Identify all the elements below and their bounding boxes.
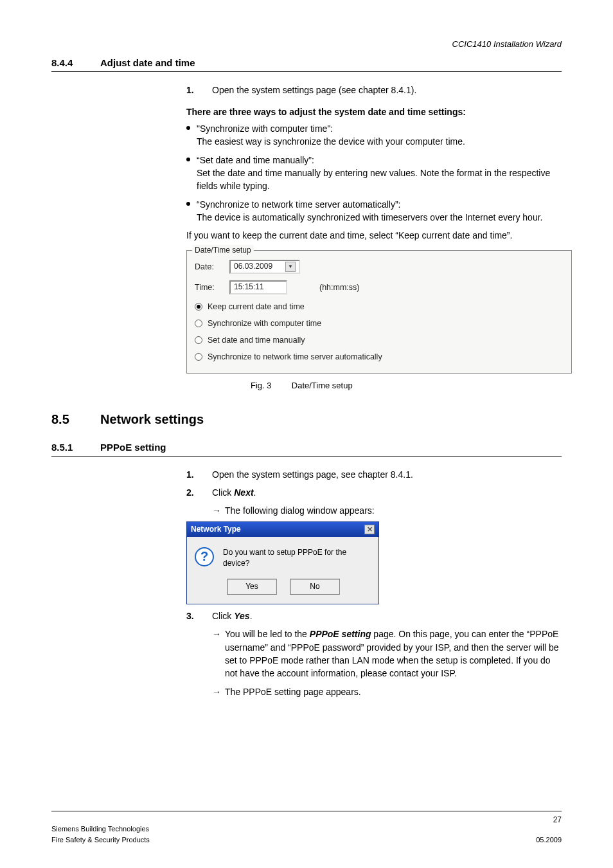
step-text: Click Yes. — [212, 610, 253, 622]
datetime-setup-groupbox: Date/Time setup Date: 06.03.2009 ▼ Time:… — [186, 250, 572, 374]
groupbox-legend: Date/Time setup — [192, 245, 254, 256]
step-number: 3. — [186, 610, 200, 622]
section-851-heading: 8.5.1 PPPoE setting — [51, 440, 562, 457]
text-fragment: You will be led to the — [225, 629, 310, 639]
text-fragment: Click — [212, 611, 234, 621]
radio-label: Set date and time manually — [208, 334, 305, 346]
radio-sync-computer[interactable]: Synchronize with computer time — [195, 318, 564, 329]
time-input[interactable]: 15:15:11 — [229, 280, 287, 294]
section-85-heading: 8.5 Network settings — [51, 410, 562, 429]
network-type-dialog: Network Type ✕ ? Do you want to setup PP… — [186, 521, 379, 605]
date-dropdown[interactable]: 06.03.2009 ▼ — [229, 260, 300, 274]
radio-icon — [195, 320, 202, 327]
radio-icon — [195, 303, 202, 311]
section-844-heading: 8.4.4 Adjust date and time — [51, 56, 562, 72]
arrow-text: The PPPoE setting page appears. — [225, 685, 361, 698]
section-851-title: PPPoE setting — [100, 440, 166, 455]
bullet-desc: Set the date and time manually by enteri… — [197, 168, 550, 191]
keep-current-note: If you want to keep the current date and… — [186, 229, 562, 242]
date-label: Date: — [195, 261, 223, 273]
section-851-number: 8.5.1 — [51, 440, 82, 455]
arrow-text: The following dialog window appears: — [225, 504, 375, 517]
doc-header-title: CCIC1410 Installation Wizard — [51, 39, 562, 51]
time-label: Time: — [195, 282, 223, 293]
step-number: 1. — [186, 468, 200, 481]
bullet-title: “Set date and time manually”: — [197, 155, 314, 165]
three-ways-heading: There are three ways to adjust the syste… — [186, 105, 562, 118]
next-keyword: Next — [234, 487, 253, 498]
bullet-desc: The device is automatically synchronized… — [197, 212, 542, 222]
arrow-icon: → — [212, 628, 221, 680]
section-85-number: 8.5 — [51, 410, 82, 429]
pppoe-setting-keyword: PPPoE setting — [310, 629, 371, 639]
no-button[interactable]: No — [290, 579, 340, 595]
yes-keyword: Yes — [234, 611, 249, 621]
bullet-sync-network: “Synchronize to network time server auto… — [186, 198, 562, 224]
yes-button[interactable]: Yes — [227, 579, 277, 595]
text-fragment: . — [250, 611, 253, 621]
step-text: Open the system settings page (see chapt… — [212, 84, 416, 96]
date-value: 06.03.2009 — [234, 261, 272, 272]
section-844-title: Adjust date and time — [100, 56, 195, 70]
time-value: 15:15:11 — [234, 282, 264, 293]
dialog-message: Do you want to setup PPPoE for the devic… — [223, 547, 371, 570]
radio-icon — [195, 336, 202, 344]
bullet-sync-computer: "Synchronize with computer time": The ea… — [186, 122, 562, 149]
arrow-icon: → — [212, 504, 221, 517]
page-number: 27 — [536, 814, 562, 826]
arrow-icon: → — [212, 685, 221, 698]
step-text: Open the system settings page, see chapt… — [212, 468, 413, 481]
bullet-desc: The easiest way is synchronize the devic… — [197, 136, 465, 147]
footer-org-2: Fire Safety & Security Products — [51, 835, 150, 845]
radio-keep-current[interactable]: Keep current date and time — [195, 301, 564, 312]
step-number: 2. — [186, 486, 200, 499]
bullet-title: “Synchronize to network time server auto… — [197, 199, 400, 210]
radio-icon — [195, 353, 202, 361]
section-85-title: Network settings — [100, 410, 204, 429]
question-icon: ? — [195, 547, 214, 566]
section-844-number: 8.4.4 — [51, 56, 82, 70]
radio-label: Keep current date and time — [208, 301, 305, 312]
radio-set-manual[interactable]: Set date and time manually — [195, 334, 564, 346]
bullet-title: "Synchronize with computer time": — [197, 123, 333, 134]
bullet-set-manual: “Set date and time manually”: Set the da… — [186, 154, 562, 193]
figure-number: Fig. 3 — [251, 381, 272, 390]
radio-label: Synchronize to network time server autom… — [208, 351, 382, 363]
time-format-hint: (hh:mm:ss) — [319, 282, 360, 293]
dialog-titlebar: Network Type ✕ — [187, 522, 378, 537]
text-fragment: . — [254, 487, 256, 498]
page-footer: Siemens Building Technologies Fire Safet… — [51, 811, 562, 845]
footer-date: 05.2009 — [536, 835, 562, 845]
radio-label: Synchronize with computer time — [208, 318, 321, 329]
close-icon[interactable]: ✕ — [364, 525, 375, 534]
arrow-text: You will be led to the PPPoE setting pag… — [225, 628, 562, 680]
figure-caption: Date/Time setup — [292, 381, 353, 390]
dialog-title: Network Type — [191, 524, 241, 535]
footer-org-1: Siemens Building Technologies — [51, 824, 150, 835]
text-fragment: Click — [212, 487, 234, 498]
step-text: Click Next. — [212, 486, 256, 499]
step-number: 1. — [186, 84, 200, 96]
radio-sync-network[interactable]: Synchronize to network time server autom… — [195, 351, 564, 363]
chevron-down-icon[interactable]: ▼ — [285, 262, 296, 272]
